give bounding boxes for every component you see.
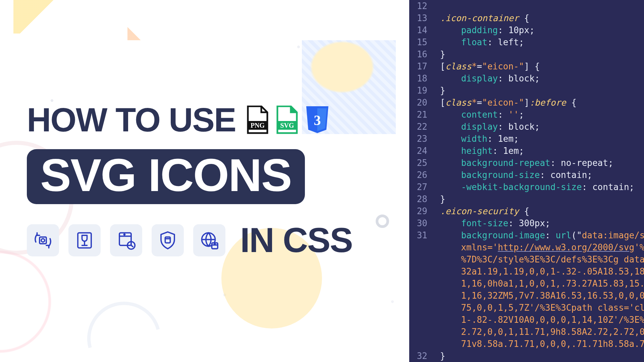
code-text[interactable]: padding: 10px; — [438, 24, 644, 36]
code-text[interactable]: 1,16,0h0a1,1,0,0,1,.73.27A15.83,15. — [438, 278, 644, 290]
svg-rect-9 — [165, 237, 170, 243]
code-line[interactable]: 20[class*="eicon-"]:before { — [409, 97, 644, 109]
code-line[interactable]: 17[class*="eicon-"] { — [409, 60, 644, 72]
png-label: PNG — [251, 122, 265, 129]
line-number: 19 — [409, 84, 433, 97]
code-line[interactable]: 29.eicon-security { — [409, 205, 644, 217]
code-text[interactable]: content: ''; — [438, 109, 644, 121]
code-line[interactable]: 23 width: 1em; — [409, 133, 644, 145]
code-editor[interactable]: 12 13.icon-container {14 padding: 10px;1… — [409, 0, 644, 362]
svg-file-icon: SVG — [275, 106, 300, 134]
globe-box-icon — [193, 224, 225, 256]
png-file-icon: PNG — [245, 106, 270, 134]
code-line[interactable]: 12 — [409, 0, 644, 12]
fragile-box-icon — [68, 224, 101, 256]
code-line[interactable]: 27 -webkit-background-size: contain; — [409, 181, 644, 193]
code-text[interactable]: 32a1.19,1.19,0,0,1-.32-.05A18.53,18 — [438, 265, 644, 278]
line-number: 22 — [409, 121, 433, 133]
code-text[interactable]: font-size: 300px; — [438, 217, 644, 229]
line-number: 16 — [409, 48, 433, 60]
css3-shield-icon: 3 — [304, 106, 330, 134]
line-number: 14 — [409, 24, 433, 36]
svg-text:3: 3 — [314, 113, 321, 128]
code-line[interactable]: 19} — [409, 84, 644, 97]
svg-label: SVG — [280, 122, 294, 129]
line-number: 17 — [409, 60, 433, 72]
file-type-icons: PNG SVG 3 — [245, 106, 330, 134]
code-text[interactable]: height: 1em; — [438, 145, 644, 157]
shield-box-icon — [152, 224, 184, 256]
line-number: 13 — [409, 12, 433, 24]
svg-rect-3 — [40, 237, 46, 244]
code-line[interactable]: 32} — [409, 350, 644, 362]
code-text[interactable]: } — [438, 48, 644, 60]
code-text[interactable]: 2.72,0,0,1,11.71,9h8.58A2.72,2.72,0 — [438, 326, 644, 338]
code-line[interactable]: 75,0,0,1,5,7Z'/%3E%3Cpath class='cl — [409, 302, 644, 314]
hero-line3: IN CSS — [240, 220, 353, 260]
refresh-box-icon — [27, 224, 59, 256]
code-line[interactable]: 26 background-size: contain; — [409, 169, 644, 181]
code-line[interactable]: 2.72,0,0,1,11.71,9h8.58A2.72,2.72,0 — [409, 326, 644, 338]
line-number: 28 — [409, 193, 433, 205]
box-clock-icon — [110, 224, 142, 256]
code-line[interactable]: %7D%3C/style%3E%3C/defs%3E%3Cg data — [409, 253, 644, 265]
code-text[interactable]: 1-.82-.82V10A0,0,0,0,1,14,10Z'/%3E% — [438, 314, 644, 326]
code-line[interactable]: 1,16,32ZM5,7v7.38A16.53,16.53,0,0,0 — [409, 290, 644, 302]
code-text[interactable]: float: left; — [438, 36, 644, 48]
code-line[interactable]: 24 height: 1em; — [409, 145, 644, 157]
code-text[interactable]: display: block; — [438, 72, 644, 84]
code-line[interactable]: 71v8.58a.71.71,0,0,0,.71.71h8.58a.7 — [409, 338, 644, 350]
code-text[interactable]: 71v8.58a.71.71,0,0,0,.71.71h8.58a.7 — [438, 338, 644, 350]
line-number: 15 — [409, 36, 433, 48]
code-text[interactable]: } — [438, 350, 644, 362]
code-line[interactable]: 14 padding: 10px; — [409, 24, 644, 36]
line-number: 12 — [409, 0, 433, 12]
code-line[interactable]: 22 display: block; — [409, 121, 644, 133]
code-line[interactable]: 18 display: block; — [409, 72, 644, 84]
line-number: 30 — [409, 217, 433, 229]
svg-point-7 — [124, 234, 125, 235]
line-number: 23 — [409, 133, 433, 145]
line-number: 27 — [409, 181, 433, 193]
code-line[interactable]: 15 float: left; — [409, 36, 644, 48]
code-text[interactable]: [class*="eicon-"]:before { — [438, 97, 644, 109]
deco — [74, 288, 175, 362]
code-line[interactable]: 13.icon-container { — [409, 12, 644, 24]
code-text[interactable]: .icon-container { — [438, 12, 644, 24]
hero-badge: SVG ICONS — [27, 149, 305, 204]
line-number: 25 — [409, 157, 433, 169]
code-text[interactable]: [class*="eicon-"] { — [438, 60, 644, 72]
code-text[interactable]: 75,0,0,1,5,7Z'/%3E%3Cpath class='cl — [438, 302, 644, 314]
code-line[interactable]: 1,16,0h0a1,1,0,0,1,.73.27A15.83,15. — [409, 278, 644, 290]
code-text[interactable]: display: block; — [438, 121, 644, 133]
line-number: 32 — [409, 350, 433, 362]
code-text[interactable]: background-image: url("data:image/s — [438, 229, 644, 241]
code-line[interactable]: 30 font-size: 300px; — [409, 217, 644, 229]
code-text[interactable]: .eicon-security { — [438, 205, 644, 217]
code-text[interactable]: } — [438, 84, 644, 97]
code-text[interactable]: xmlns='http://www.w3.org/2000/svg'% — [438, 241, 644, 253]
code-line[interactable]: 25 background-repeat: no-repeat; — [409, 157, 644, 169]
code-text[interactable]: %7D%3C/style%3E%3C/defs%3E%3Cg data — [438, 253, 644, 265]
line-number: 20 — [409, 97, 433, 109]
code-line[interactable]: 31 background-image: url("data:image/s — [409, 229, 644, 241]
code-line[interactable]: 1-.82-.82V10A0,0,0,0,1,14,10Z'/%3E% — [409, 314, 644, 326]
code-line[interactable]: 32a1.19,1.19,0,0,1-.32-.05A18.53,18 — [409, 265, 644, 278]
line-number: 21 — [409, 109, 433, 121]
code-text[interactable]: -webkit-background-size: contain; — [438, 181, 644, 193]
line-number: 31 — [409, 229, 433, 241]
code-text[interactable]: width: 1em; — [438, 133, 644, 145]
line-number: 26 — [409, 169, 433, 181]
code-line[interactable]: xmlns='http://www.w3.org/2000/svg'% — [409, 241, 644, 253]
code-text[interactable] — [438, 0, 644, 12]
code-text[interactable]: background-size: contain; — [438, 169, 644, 181]
hero-panel: HOW TO USE PNG SVG — [0, 0, 409, 362]
code-text[interactable]: 1,16,32ZM5,7v7.38A16.53,16.53,0,0,0 — [438, 290, 644, 302]
line-number: 24 — [409, 145, 433, 157]
code-text[interactable]: background-repeat: no-repeat; — [438, 157, 644, 169]
code-text[interactable]: } — [438, 193, 644, 205]
code-line[interactable]: 16} — [409, 48, 644, 60]
svg-point-12 — [214, 244, 215, 245]
code-line[interactable]: 28} — [409, 193, 644, 205]
code-line[interactable]: 21 content: ''; — [409, 109, 644, 121]
